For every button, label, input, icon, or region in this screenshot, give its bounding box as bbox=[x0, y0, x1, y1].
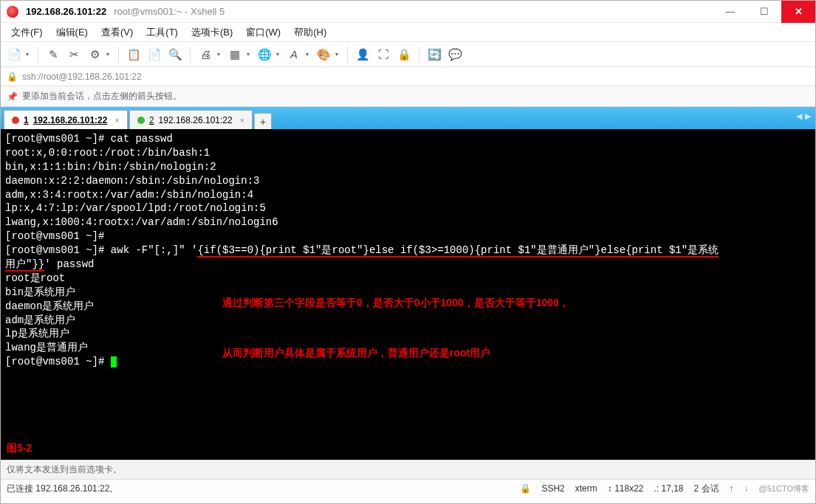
font-icon[interactable]: A bbox=[285, 46, 303, 63]
tab-nav: ◀ ▶ bbox=[796, 111, 811, 121]
menu-help[interactable]: 帮助(H) bbox=[288, 24, 332, 41]
tab-index: 2 bbox=[149, 115, 154, 125]
menu-edit[interactable]: 编辑(E) bbox=[50, 24, 94, 41]
paste-icon[interactable]: 📄 bbox=[145, 46, 163, 63]
status-bar: 已连接 192.168.26.101:22。 🔒 SSH2 xterm ↕ 11… bbox=[1, 479, 815, 497]
menu-window[interactable]: 窗口(W) bbox=[240, 24, 287, 41]
window-title-sub: root@vms001:~ - Xshell 5 bbox=[114, 6, 224, 17]
tab-index: 1 bbox=[24, 115, 29, 125]
print-icon[interactable]: 🖨 bbox=[196, 46, 214, 63]
annotation-line-1: 通过判断第三个字段是否等于0，是否大于0小于1000，是否大于等于1000， bbox=[222, 296, 695, 310]
hint-bar: 📌 要添加当前会话，点击左侧的箭头按钮。 bbox=[1, 86, 815, 107]
bottom-info-text: 仅将文本发送到当前选项卡。 bbox=[7, 463, 122, 476]
lock-toolbar-icon[interactable]: 🔒 bbox=[395, 46, 413, 63]
hint-text: 要添加当前会话，点击左侧的箭头按钮。 bbox=[22, 90, 182, 103]
pin-icon[interactable]: 📌 bbox=[7, 92, 18, 102]
terminal-output-before: [root@vms001 ~]# cat passwd root:x,0:0:r… bbox=[5, 133, 278, 242]
encoding-icon[interactable]: 🌐 bbox=[256, 46, 273, 63]
upload-arrow-icon: ↑ bbox=[730, 483, 734, 494]
window-title-main: 192.168.26.101:22 bbox=[26, 6, 106, 17]
watermark: @51CTO博客 bbox=[759, 483, 809, 494]
address-text[interactable]: ssh://root@192.168.26.101:22 bbox=[22, 72, 142, 82]
add-tab-button[interactable]: + bbox=[254, 113, 272, 129]
tab-status-icon bbox=[12, 117, 19, 124]
tab-strip: 1 192.168.26.101:22 × 2 192.168.26.101:2… bbox=[1, 107, 815, 129]
address-bar: 🔒 ssh://root@192.168.26.101:22 bbox=[1, 67, 815, 86]
find-icon[interactable]: 🔍 bbox=[166, 46, 184, 63]
chat-icon[interactable]: 💬 bbox=[446, 46, 464, 63]
status-sessions: 2 会话 bbox=[694, 483, 719, 495]
properties-icon[interactable]: ⚙ bbox=[86, 46, 103, 63]
terminal-cmd-wrap: 用户"}} bbox=[5, 258, 44, 272]
tab-close-icon[interactable]: × bbox=[240, 116, 244, 125]
tab-prev-icon[interactable]: ◀ bbox=[796, 111, 802, 121]
terminal-cmd-suffix: ' passwd bbox=[44, 258, 94, 270]
app-icon bbox=[7, 6, 18, 18]
user-icon[interactable]: 👤 bbox=[354, 46, 371, 63]
bottom-info-bar: 仅将文本发送到当前选项卡。 bbox=[1, 460, 815, 479]
terminal-prompt: [root@vms001 ~]# bbox=[5, 356, 111, 367]
status-size: 118x22 bbox=[614, 483, 643, 494]
status-lock-icon: 🔒 bbox=[520, 483, 531, 494]
tab-label: 192.168.26.101:22 bbox=[33, 115, 108, 125]
status-connected: 已连接 192.168.26.101:22。 bbox=[7, 483, 118, 495]
tab-close-icon[interactable]: × bbox=[114, 116, 119, 125]
tab-2[interactable]: 2 192.168.26.101:22 × bbox=[129, 110, 253, 129]
menu-view[interactable]: 查看(V) bbox=[95, 24, 139, 41]
transfer-icon[interactable]: 🔄 bbox=[425, 46, 443, 63]
download-arrow-icon: ↓ bbox=[744, 483, 749, 494]
titlebar: 192.168.26.101:22 root@vms001:~ - Xshell… bbox=[1, 1, 815, 23]
terminal[interactable]: [root@vms001 ~]# cat passwd root:x,0:0:r… bbox=[1, 129, 815, 460]
status-terminal-type: xterm bbox=[575, 483, 597, 494]
window-controls: — ☐ ✕ bbox=[713, 1, 815, 23]
menu-tabs[interactable]: 选项卡(B) bbox=[185, 24, 239, 41]
menubar: 文件(F) 编辑(E) 查看(V) 工具(T) 选项卡(B) 窗口(W) 帮助(… bbox=[1, 23, 815, 42]
dim-icon: ↕ bbox=[608, 483, 612, 494]
reconnect-icon[interactable]: ✎ bbox=[44, 46, 62, 63]
terminal-cmd-script: {if($3==0){print $1"是root"}else if($3>=1… bbox=[197, 244, 719, 258]
tab-1[interactable]: 1 192.168.26.101:22 × bbox=[4, 110, 128, 129]
new-session-icon[interactable]: 📄 bbox=[5, 46, 23, 63]
copy-icon[interactable]: 📋 bbox=[125, 46, 143, 63]
annotation-line-2: 从而判断用户具体是属于系统用户，普通用户还是root用户 bbox=[222, 346, 695, 360]
fullscreen-icon[interactable]: ⛶ bbox=[374, 46, 392, 63]
lock-icon: 🔒 bbox=[7, 72, 18, 82]
disconnect-icon[interactable]: ✂ bbox=[65, 46, 83, 63]
minimize-button[interactable]: — bbox=[713, 1, 747, 23]
cursor bbox=[111, 356, 117, 367]
annotation-overlay: 通过判断第三个字段是否等于0，是否大于0小于1000，是否大于等于1000， 从… bbox=[222, 268, 695, 374]
toolbar: 📄▾ ✎ ✂ ⚙▾ 📋 📄 🔍 🖨▾ ▦▾ 🌐▾ A▾ 🎨▾ 👤 ⛶ 🔒 🔄 💬 bbox=[1, 42, 815, 67]
menu-file[interactable]: 文件(F) bbox=[5, 24, 49, 41]
tab-label: 192.168.26.101:22 bbox=[159, 115, 233, 125]
maximize-button[interactable]: ☐ bbox=[747, 1, 781, 23]
color-icon[interactable]: 🎨 bbox=[315, 46, 332, 63]
close-button[interactable]: ✕ bbox=[781, 1, 815, 23]
status-protocol: SSH2 bbox=[541, 483, 564, 494]
tab-next-icon[interactable]: ▶ bbox=[805, 111, 811, 121]
status-position: 17,18 bbox=[662, 483, 684, 494]
terminal-cmd-prefix: [root@vms001 ~]# awk -F"[:,]" ' bbox=[5, 244, 197, 256]
terminal-output-after: root是root bin是系统用户 daemon是系统用户 adm是系统用户 … bbox=[5, 272, 94, 353]
menu-tools[interactable]: 工具(T) bbox=[140, 24, 184, 41]
tab-status-icon bbox=[137, 117, 145, 124]
layout-icon[interactable]: ▦ bbox=[226, 46, 244, 63]
figure-label: 图5-2 bbox=[7, 441, 32, 455]
